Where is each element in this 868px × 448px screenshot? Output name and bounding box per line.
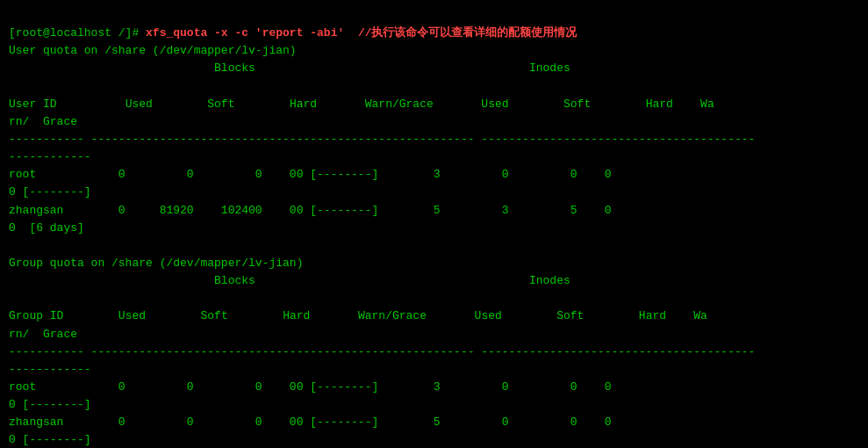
comment-text: //执行该命令可以查看详细的配额使用情况 bbox=[344, 26, 577, 40]
rn-label2: rn/ bbox=[9, 328, 29, 341]
user-soft-label: Soft bbox=[207, 98, 234, 111]
blocks-label2: Blocks bbox=[214, 274, 255, 287]
root-group-row1: root 0 0 0 00 [--------] 3 0 0 0 bbox=[9, 380, 612, 394]
group-wa-label: Wa bbox=[693, 309, 707, 322]
user-separator-cont: ------------ bbox=[9, 150, 91, 163]
root-user-row1: root 0 0 0 00 [--------] 3 0 0 0 bbox=[9, 168, 612, 181]
group-separator: ----------- ----------------------------… bbox=[9, 345, 755, 358]
user-warn-grace-row: rn/ Grace bbox=[9, 115, 77, 128]
group-used-label: Used bbox=[118, 309, 146, 322]
group-hard2-label: Hard bbox=[639, 309, 666, 322]
group-used2-label: Used bbox=[475, 309, 502, 322]
user-wa-label: Wa bbox=[700, 98, 714, 111]
root-user-row2: 0 [--------] bbox=[9, 185, 91, 199]
user-used2-label: Used bbox=[481, 98, 508, 111]
zhangsan-user-row1: zhangsan 0 81920 102400 00 [--------] 5 … bbox=[9, 204, 612, 217]
inodes-label2: Inodes bbox=[529, 274, 570, 287]
group-id-label: Group ID bbox=[9, 309, 63, 322]
user-id-label: User ID bbox=[9, 98, 57, 111]
grace-label: Grace bbox=[36, 115, 77, 128]
prompt: [root@localhost /]# bbox=[9, 26, 146, 40]
user-hard-label: Hard bbox=[290, 98, 317, 111]
zhangsan-user-row2: 0 [6 days] bbox=[9, 221, 84, 235]
group-soft2-label: Soft bbox=[556, 309, 584, 322]
user-separator: ----------- ----------------------------… bbox=[9, 133, 755, 146]
blocks-inodes-col-header2: Blocks Inodes bbox=[9, 274, 570, 287]
rn-label: rn/ bbox=[9, 115, 29, 128]
user-used-label: Used bbox=[126, 98, 153, 111]
terminal-window: [root@localhost /]# xfs_quota -x -c 'rep… bbox=[0, 0, 868, 448]
zhangsan-group-row2: 0 [--------] bbox=[9, 433, 91, 446]
user-hard2-label: Hard bbox=[646, 98, 673, 111]
inodes-label: Inodes bbox=[529, 61, 570, 75]
group-soft-label: Soft bbox=[200, 309, 227, 322]
blank-line-2 bbox=[9, 239, 16, 252]
group-hard-label: Hard bbox=[283, 309, 310, 322]
user-soft2-label: Soft bbox=[563, 98, 591, 111]
user-quota-section-header: User quota on /share (/dev/mapper/lv-jia… bbox=[9, 44, 297, 57]
group-separator-cont: ------------ bbox=[9, 363, 91, 376]
zhangsan-group-row1: zhangsan 0 0 0 00 [--------] 5 0 0 0 bbox=[9, 415, 612, 429]
blank-line-3 bbox=[9, 292, 16, 305]
command-line: [root@localhost /]# xfs_quota -x -c 'rep… bbox=[9, 26, 577, 40]
command-text: xfs_quota -x -c 'report -abi' bbox=[146, 26, 344, 40]
group-col-names-row: Group ID Used Soft Hard Warn/Grace Used … bbox=[9, 309, 707, 322]
user-warn-grace-label: Warn/Grace bbox=[365, 98, 434, 111]
group-warn-grace-label: Warn/Grace bbox=[358, 309, 427, 322]
blank-line-1 bbox=[9, 80, 16, 93]
blocks-inodes-col-header: Blocks Inodes bbox=[9, 61, 570, 75]
user-col-names-row: User ID Used Soft Hard Warn/Grace Used S… bbox=[9, 98, 714, 111]
grace-label2: Grace bbox=[36, 328, 77, 341]
root-group-row2: 0 [--------] bbox=[9, 398, 91, 411]
blocks-label: Blocks bbox=[214, 61, 255, 75]
group-quota-section-header: Group quota on /share (/dev/mapper/lv-ji… bbox=[9, 257, 303, 270]
group-warn-grace-row: rn/ Grace bbox=[9, 328, 77, 341]
